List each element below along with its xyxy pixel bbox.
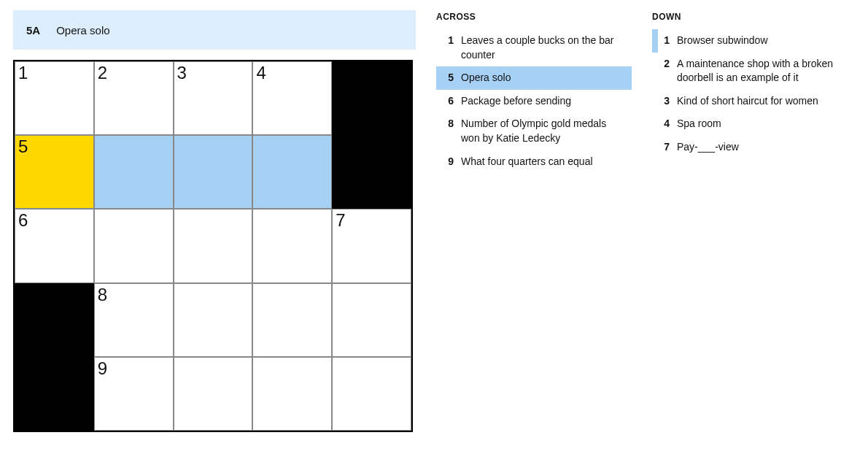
grid-cell-black [15,283,94,357]
clue-number: 1 [658,34,677,48]
left-panel: 5A Opera solo 123456789 [13,10,416,432]
grid-cell[interactable] [252,135,332,209]
grid-cell[interactable] [252,283,332,357]
cell-number: 5 [18,136,28,157]
cell-number: 4 [256,63,266,83]
grid-cell[interactable] [332,283,411,357]
grid-cell-black [332,61,411,135]
clue-number: 3 [658,94,677,109]
clue-number: 5 [442,71,461,85]
grid-cell[interactable] [332,357,411,431]
clue-text: Package before sending [461,94,627,109]
cell-number: 7 [336,210,345,231]
current-clue-bar[interactable]: 5A Opera solo [13,10,416,50]
grid-cell[interactable] [252,209,332,282]
clue-across-5[interactable]: 5Opera solo [436,66,632,90]
across-column: ACROSS 1Leaves a couple bucks on the bar… [436,12,632,432]
current-clue-number: 5A [26,24,40,36]
clue-number: 8 [442,117,461,145]
clue-text: Opera solo [461,71,627,85]
clue-number: 6 [442,94,461,109]
clue-text: Browser subwindow [677,34,843,48]
cell-number: 1 [18,63,28,83]
grid-cell[interactable]: 2 [94,61,174,135]
clue-text: Number of Olympic gold medals won by Kat… [461,117,627,145]
clue-number: 4 [658,117,677,131]
grid-cell[interactable] [174,135,253,209]
grid-cell[interactable]: 1 [15,61,94,135]
grid-cell[interactable]: 9 [94,357,174,431]
clue-text: What four quarters can equal [461,155,627,169]
clue-across-6[interactable]: 6Package before sending [436,90,632,113]
clue-down-2[interactable]: 2A maintenance shop with a broken doorbe… [652,53,848,90]
clue-number: 2 [658,57,677,85]
cell-number: 9 [98,358,107,379]
across-clue-list: 1Leaves a couple bucks on the bar counte… [436,29,632,173]
cell-number: 6 [18,210,28,231]
grid-cell[interactable]: 8 [94,283,174,357]
clue-across-1[interactable]: 1Leaves a couple bucks on the bar counte… [436,29,632,66]
clue-number: 9 [442,155,461,169]
clue-text: Pay-___-view [677,140,843,155]
clue-down-4[interactable]: 4Spa room [652,112,848,136]
grid-cell[interactable] [174,357,253,431]
clue-number: 7 [658,140,677,155]
down-clue-list: 1Browser subwindow2A maintenance shop wi… [652,29,848,159]
clue-text: Kind of short haircut for women [677,94,843,109]
app-container: 5A Opera solo 123456789 ACROSS 1Leaves a… [0,0,868,442]
grid-cell-black [332,135,411,209]
clue-down-7[interactable]: 7Pay-___-view [652,136,848,159]
clue-across-9[interactable]: 9What four quarters can equal [436,150,632,174]
clue-down-1[interactable]: 1Browser subwindow [652,29,848,53]
grid-cell[interactable] [174,209,253,282]
cell-number: 3 [177,63,187,83]
down-heading: DOWN [652,12,848,22]
grid-cell-black [15,357,94,431]
cell-number: 8 [98,285,107,305]
clue-text: Leaves a couple bucks on the bar counter [461,34,627,62]
down-column: DOWN 1Browser subwindow2A maintenance sh… [652,12,848,432]
clue-text: Spa room [677,117,843,131]
grid-cell[interactable] [94,135,174,209]
grid-cell[interactable] [174,283,253,357]
clue-text: A maintenance shop with a broken doorbel… [677,57,843,85]
current-clue-text: Opera solo [56,24,109,36]
grid-cell[interactable] [94,209,174,282]
grid-cell[interactable]: 6 [15,209,94,282]
grid-cell[interactable]: 3 [174,61,253,135]
clue-across-8[interactable]: 8Number of Olympic gold medals won by Ka… [436,112,632,150]
clue-columns: ACROSS 1Leaves a couple bucks on the bar… [436,10,848,432]
clue-down-3[interactable]: 3Kind of short haircut for women [652,90,848,113]
across-heading: ACROSS [436,12,632,22]
grid-cell[interactable]: 5 [15,135,94,209]
grid-cell[interactable] [252,357,332,431]
crossword-grid[interactable]: 123456789 [13,60,413,432]
clue-number: 1 [442,34,461,62]
cell-number: 2 [98,63,107,83]
grid-cell[interactable]: 7 [332,209,411,282]
grid-cell[interactable]: 4 [252,61,332,135]
